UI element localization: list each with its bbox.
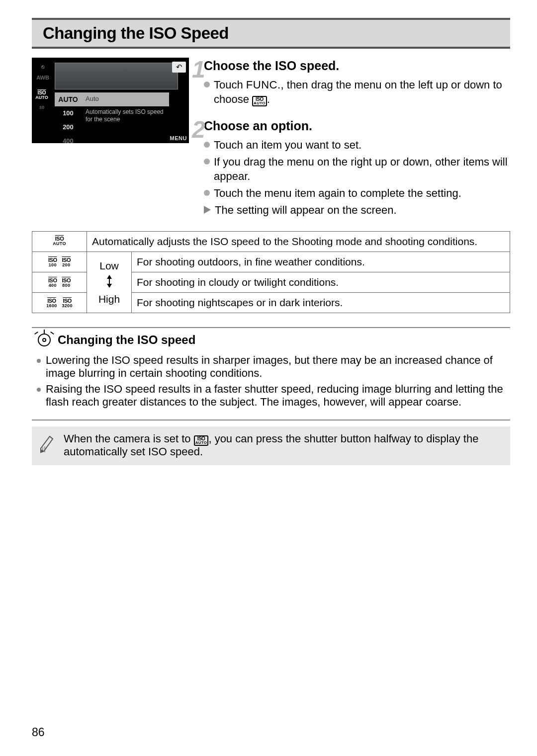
bullet-icon bbox=[204, 159, 210, 165]
iso-100-icon: ISO100 bbox=[47, 257, 58, 267]
pencil-note-icon bbox=[39, 433, 55, 454]
step-1-title: Choose the ISO speed. bbox=[204, 58, 510, 75]
iso-200-icon: ISO200 bbox=[61, 257, 72, 267]
iso-800-icon: ISO800 bbox=[61, 277, 72, 288]
menu-label[interactable]: MENU bbox=[170, 135, 187, 141]
step-2-title: Choose an option. bbox=[204, 118, 510, 135]
step-2-result: The setting will appear on the screen. bbox=[215, 203, 397, 218]
bullet-icon bbox=[37, 388, 41, 392]
screenshot-description: Auto Automatically sets ISO speed for th… bbox=[82, 92, 169, 125]
note-box: When the camera is set to ISOAUTO, you c… bbox=[32, 426, 510, 465]
tips-box: Changing the ISO speed Lowering the ISO … bbox=[32, 327, 510, 420]
instruction-steps: 1 Choose the ISO speed. Touch FUNC., the… bbox=[204, 58, 510, 217]
table-row: ISOAUTO Automatically adjusts the ISO sp… bbox=[32, 232, 510, 252]
iso-auto-icon: ISOAUTO bbox=[252, 96, 267, 106]
screenshot-side-icons: ⎋ AWB bbox=[35, 64, 51, 81]
table-row: ISO100 ISO200 Low High For shooting outd… bbox=[32, 252, 510, 272]
screenshot-option-400[interactable]: 400 bbox=[55, 134, 82, 143]
iso-400-icon: ISO400 bbox=[47, 277, 58, 288]
tip-2: Raising the ISO speed results in a faste… bbox=[46, 383, 505, 409]
iso-1600-icon: ISO1600 bbox=[45, 298, 58, 308]
bullet-icon bbox=[37, 359, 41, 363]
step-1-bullet: Touch FUNC., then drag the menu on the l… bbox=[214, 78, 510, 107]
screenshot-option-column[interactable]: AUTO 100 200 400 bbox=[55, 92, 82, 143]
step-2-bullet-1: Touch an item you want to set. bbox=[214, 138, 510, 153]
step-2-bullet-3: Touch the menu item again to complete th… bbox=[214, 186, 510, 201]
tip-1: Lowering the ISO speed results in sharpe… bbox=[46, 354, 505, 380]
screenshot-iso-auto-icon: ISO AUTO ±0 bbox=[33, 90, 51, 110]
bullet-icon bbox=[204, 190, 210, 196]
screenshot-option-100[interactable]: 100 bbox=[55, 106, 82, 120]
iso-low-description: For shooting outdoors, in fine weather c… bbox=[132, 252, 510, 272]
step-2-bullet-2: If you drag the menu on the right up or … bbox=[214, 155, 510, 184]
iso-auto-description: Automatically adjusts the ISO speed to t… bbox=[87, 232, 510, 252]
iso-3200-icon: ISO3200 bbox=[61, 298, 74, 308]
page-title: Changing the ISO Speed bbox=[32, 18, 510, 49]
level-low-label: Low bbox=[92, 260, 126, 272]
tips-heading: Changing the ISO speed bbox=[58, 333, 195, 347]
iso-high-description: For shooting nightscapes or in dark inte… bbox=[132, 293, 510, 313]
up-down-arrow-icon bbox=[107, 275, 112, 288]
step-2-number: 2 bbox=[192, 114, 205, 146]
screenshot-option-200[interactable]: 200 bbox=[55, 120, 82, 134]
iso-auto-icon: ISOAUTO bbox=[194, 435, 209, 446]
iso-mid-description: For shooting in cloudy or twilight condi… bbox=[132, 272, 510, 293]
step-1-number: 1 bbox=[192, 54, 205, 86]
page-number: 86 bbox=[32, 726, 45, 739]
level-high-label: High bbox=[92, 293, 126, 305]
screenshot-preview-image bbox=[55, 63, 178, 89]
note-text: When the camera is set to ISOAUTO, you c… bbox=[64, 432, 503, 458]
lightbulb-icon bbox=[38, 334, 51, 346]
result-arrow-icon bbox=[204, 206, 211, 214]
back-icon[interactable]: ↶ bbox=[172, 62, 186, 73]
iso-table: ISOAUTO Automatically adjusts the ISO sp… bbox=[32, 231, 510, 313]
camera-screenshot: ⎋ AWB ISO AUTO ±0 ↶ AUTO 100 200 400 Aut… bbox=[32, 58, 189, 143]
iso-auto-icon: ISOAUTO bbox=[52, 236, 67, 246]
screenshot-option-auto[interactable]: AUTO bbox=[55, 92, 82, 106]
